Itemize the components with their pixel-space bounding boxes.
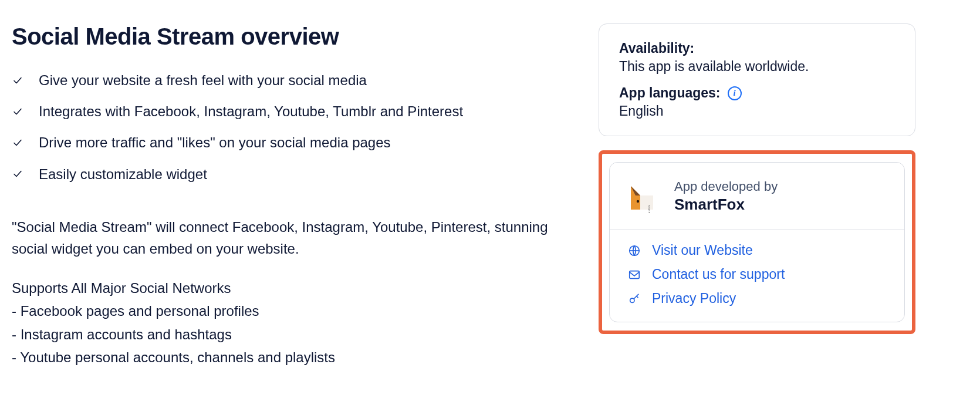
sidebar: Availability: This app is available worl…: [599, 23, 915, 369]
smartfox-logo-icon: Smart Fox: [627, 180, 660, 213]
support-line: - Instagram accounts and hashtags: [12, 323, 575, 345]
feature-text: Easily customizable widget: [39, 165, 207, 183]
check-icon: [12, 75, 23, 86]
developer-name: SmartFox: [674, 195, 778, 214]
languages-label: App languages:: [619, 85, 721, 101]
check-icon: [12, 168, 23, 180]
availability-label: Availability:: [619, 41, 895, 56]
description-paragraph: "Social Media Stream" will connect Faceb…: [12, 216, 575, 259]
link-label: Privacy Policy: [652, 291, 736, 306]
globe-icon: [627, 244, 641, 258]
feature-text: Integrates with Facebook, Instagram, You…: [39, 102, 463, 120]
info-icon[interactable]: i: [728, 86, 742, 100]
feature-text: Drive more traffic and "likes" on your s…: [39, 133, 391, 151]
description: "Social Media Stream" will connect Faceb…: [12, 216, 575, 368]
description-subhead: Supports All Major Social Networks: [12, 277, 575, 299]
contact-support-link[interactable]: Contact us for support: [627, 267, 887, 282]
support-line: - Facebook pages and personal profiles: [12, 300, 575, 322]
feature-text: Give your website a fresh feel with your…: [39, 71, 367, 89]
link-label: Visit our Website: [652, 242, 753, 258]
privacy-policy-link[interactable]: Privacy Policy: [627, 291, 887, 306]
list-item: Drive more traffic and "likes" on your s…: [12, 133, 575, 151]
availability-value: This app is available worldwide.: [619, 59, 895, 75]
svg-text:Smart Fox: Smart Fox: [648, 205, 651, 213]
developer-highlight: Smart Fox App developed by SmartFox Vis: [599, 150, 915, 334]
list-item: Easily customizable widget: [12, 165, 575, 183]
check-icon: [12, 106, 23, 117]
svg-point-4: [630, 298, 634, 302]
list-item: Integrates with Facebook, Instagram, You…: [12, 102, 575, 120]
developer-sub: App developed by: [674, 179, 778, 194]
visit-website-link[interactable]: Visit our Website: [627, 242, 887, 258]
svg-point-0: [637, 200, 639, 202]
key-icon: [627, 292, 641, 306]
page-title: Social Media Stream overview: [12, 23, 575, 50]
overview-section: Social Media Stream overview Give your w…: [12, 23, 575, 369]
svg-rect-3: [630, 271, 640, 278]
support-line: - Youtube personal accounts, channels an…: [12, 346, 575, 368]
mail-icon: [627, 268, 641, 282]
developer-card: Smart Fox App developed by SmartFox Vis: [609, 162, 905, 322]
availability-card: Availability: This app is available worl…: [599, 23, 915, 136]
feature-list: Give your website a fresh feel with your…: [12, 71, 575, 183]
check-icon: [12, 137, 23, 149]
link-label: Contact us for support: [652, 267, 785, 282]
languages-value: English: [619, 103, 895, 119]
list-item: Give your website a fresh feel with your…: [12, 71, 575, 89]
